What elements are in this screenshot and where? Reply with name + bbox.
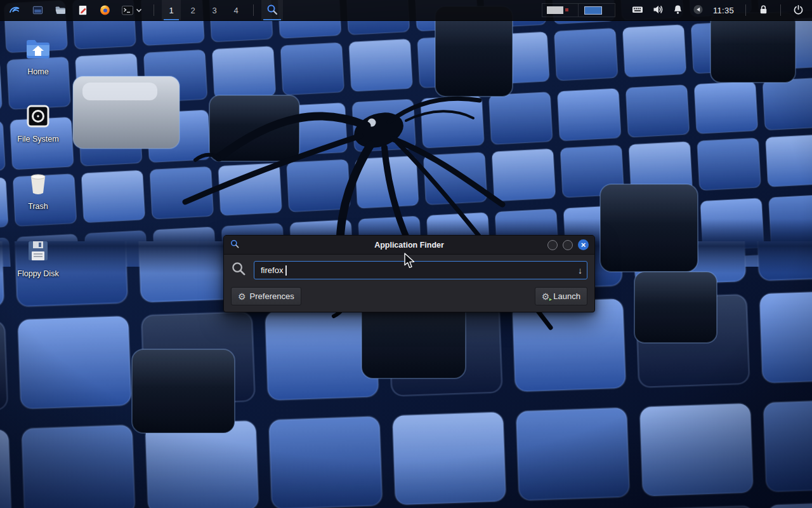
desktop-icon-file-system[interactable]: File System: [8, 102, 69, 144]
network-status-icon: [692, 3, 704, 18]
desktop-icon-label: File System: [17, 135, 58, 144]
panel-separator: [253, 4, 254, 16]
lock-screen-button[interactable]: [755, 0, 771, 20]
power-icon: [792, 3, 804, 18]
terminal-icon: [121, 4, 134, 17]
application-finder-window: Application Finder × firefox ↓ ⚙: [223, 235, 595, 312]
desktop-icon-floppy-disk[interactable]: Floppy Disk: [8, 236, 69, 278]
pager-cell[interactable]: [542, 3, 579, 17]
show-desktop-button[interactable]: [28, 0, 48, 20]
window-titlebar[interactable]: Application Finder ×: [224, 236, 594, 255]
dropdown-arrow-icon[interactable]: ↓: [578, 265, 582, 275]
desktop-icon-list: Home File System Trash: [8, 34, 69, 278]
top-panel: 1 2 3 4: [0, 0, 812, 21]
terminal-launcher[interactable]: [117, 0, 146, 20]
folder-icon: [54, 4, 67, 17]
volume-icon: [652, 3, 664, 18]
firefox-icon: [99, 4, 111, 17]
status-menu[interactable]: [690, 0, 707, 20]
home-folder-icon: [23, 34, 53, 64]
kali-menu-button[interactable]: [4, 0, 25, 20]
keyboard-icon: [631, 3, 644, 18]
workspace-3-button[interactable]: 3: [205, 0, 224, 20]
search-input-value: firefox: [261, 265, 283, 275]
close-icon: ×: [581, 241, 586, 249]
chevron-down-icon: [136, 4, 142, 17]
search-input[interactable]: firefox ↓: [254, 261, 587, 279]
preferences-button[interactable]: ⚙ Preferences: [231, 287, 301, 305]
desktop-icon-label: Floppy Disk: [17, 269, 58, 278]
logout-button[interactable]: [790, 0, 806, 20]
text-editor-launcher[interactable]: [73, 0, 93, 20]
launch-button-label: Launch: [553, 291, 580, 301]
file-manager-launcher[interactable]: [50, 0, 70, 20]
gear-icon: ⚙: [238, 292, 246, 301]
application-finder-icon: [266, 3, 278, 18]
desktop-icon-home[interactable]: Home: [8, 34, 69, 76]
workspace-pager-preview[interactable]: [542, 3, 615, 17]
launch-button[interactable]: ⚙▸ Launch: [535, 287, 587, 305]
panel-separator: [745, 4, 746, 16]
panel-separator: [780, 4, 781, 16]
lock-icon: [757, 3, 769, 18]
workspace-4-button[interactable]: 4: [226, 0, 246, 20]
close-button[interactable]: ×: [578, 239, 589, 250]
window-icon: [230, 239, 240, 251]
window-title: Application Finder: [224, 241, 594, 250]
preferences-button-label: Preferences: [250, 291, 294, 301]
drive-icon: [23, 102, 53, 131]
search-icon: [231, 261, 247, 279]
workspace-1-button[interactable]: 1: [162, 0, 181, 20]
text-editor-icon: [77, 4, 89, 17]
desktop[interactable]: 1 2 3 4: [0, 0, 812, 508]
show-desktop-icon: [32, 4, 44, 17]
maximize-button[interactable]: [563, 240, 573, 250]
minimize-button[interactable]: [547, 240, 558, 250]
taskbar-application-finder-button[interactable]: [261, 0, 283, 20]
panel-separator: [154, 4, 154, 16]
desktop-icon-label: Home: [27, 67, 48, 76]
text-caret: [285, 265, 287, 276]
bell-icon: [672, 3, 684, 18]
clock[interactable]: 11:35: [710, 6, 737, 15]
floppy-disk-icon: [23, 236, 53, 265]
pager-cell[interactable]: [579, 3, 615, 17]
notifications-control[interactable]: [670, 0, 686, 20]
run-icon: ⚙▸: [542, 292, 550, 301]
desktop-icon-trash[interactable]: Trash: [8, 169, 69, 211]
volume-control[interactable]: [650, 0, 666, 20]
keyboard-indicator[interactable]: [629, 0, 646, 20]
workspace-2-button[interactable]: 2: [183, 0, 202, 20]
kali-logo-icon: [8, 4, 22, 17]
trash-icon: [23, 169, 53, 198]
desktop-icon-label: Trash: [28, 202, 48, 211]
firefox-launcher[interactable]: [95, 0, 115, 20]
